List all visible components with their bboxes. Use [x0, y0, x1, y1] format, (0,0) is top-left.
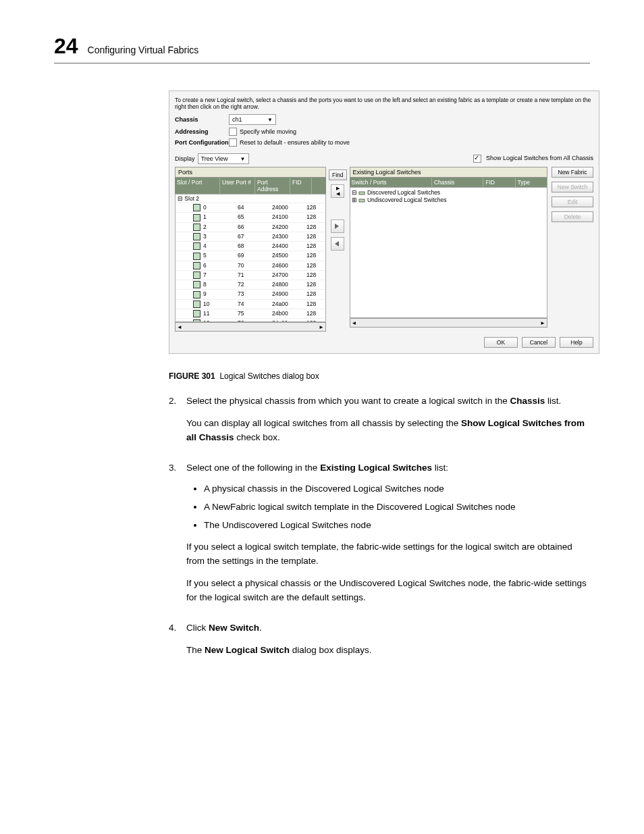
port-icon [193, 233, 200, 240]
transfer-buttons: Find ▶◀ [329, 167, 347, 332]
existing-panel-title: Existing Logical Switches [350, 167, 547, 178]
col-userport: User Port # [220, 178, 255, 194]
port-icon [193, 310, 200, 317]
portconfig-row: Port Configuration Reset to default - en… [175, 138, 593, 147]
table-row[interactable]: 97324900128 [176, 290, 325, 299]
chapter-number: 24 [54, 34, 78, 59]
port-icon [193, 291, 200, 298]
col-type: Type [516, 178, 547, 187]
switch-icon [358, 197, 365, 204]
tree-node-undiscovered[interactable]: ⊞ Undiscovered Logical Switches [352, 197, 545, 204]
table-row[interactable]: 06424000128 [176, 203, 325, 213]
show-all-checkbox[interactable] [473, 155, 481, 163]
step-2: 2. Select the physical chassis from whic… [169, 394, 590, 453]
display-dropdown[interactable]: Tree View ▼ [198, 153, 249, 164]
new-fabric-button[interactable]: New Fabric [552, 167, 593, 178]
delete-button[interactable]: Delete [552, 211, 593, 222]
cancel-button[interactable]: Cancel [522, 337, 556, 348]
list-item: A physical chassis in the Discovered Log… [204, 482, 590, 496]
ports-table-body[interactable]: ⊟ Slot 206424000128165241001282662420012… [175, 194, 326, 322]
table-row[interactable]: 117524b00128 [176, 309, 325, 319]
addressing-row: Addressing Specify while moving [175, 128, 593, 136]
ports-panel-title: Ports [175, 167, 326, 178]
port-icon [193, 319, 200, 322]
chevron-down-icon: ▼ [267, 117, 273, 123]
step-number: 2. [169, 394, 181, 453]
table-row[interactable]: 36724300128 [176, 232, 325, 242]
step-3: 3. Select one of the following in the Ex… [169, 461, 590, 613]
list-item: A NewFabric logical switch template in t… [204, 500, 590, 515]
col-chassis: Chassis [432, 178, 483, 187]
chassis-dropdown-value: ch1 [232, 116, 242, 123]
existing-hscroll[interactable]: ◄► [350, 318, 547, 328]
move-right-button[interactable] [331, 219, 344, 233]
port-icon [193, 301, 200, 308]
switch-icon [358, 190, 365, 197]
table-row[interactable]: 26624200128 [176, 223, 325, 232]
display-label: Display [175, 155, 195, 162]
show-all-container: Show Logical Switches from All Chassis [473, 155, 593, 163]
arrow-left-icon [333, 240, 340, 247]
dialog-footer: OK Cancel Help [175, 337, 593, 348]
table-row[interactable]: 127624c00128 [176, 319, 325, 322]
edit-button[interactable]: Edit [552, 197, 593, 207]
table-row[interactable]: 87224800128 [176, 280, 325, 290]
addressing-checkbox[interactable] [229, 128, 237, 136]
ok-button[interactable]: OK [484, 337, 518, 348]
logical-switches-dialog: To create a new Logical switch, select a… [169, 90, 599, 354]
port-icon [193, 242, 200, 250]
figure-label: FIGURE 301 [169, 371, 215, 381]
col-fid: FID [483, 178, 515, 187]
port-icon [193, 262, 200, 269]
portconfig-checkbox[interactable] [229, 138, 237, 147]
table-row[interactable]: 107424a00128 [176, 300, 325, 309]
show-all-label: Show Logical Switches from All Chassis [486, 155, 593, 161]
table-row[interactable]: 77124700128 [176, 271, 325, 280]
col-portaddr: Port Address [255, 178, 290, 194]
step-number: 4. [169, 621, 181, 666]
display-dropdown-value: Tree View [201, 155, 228, 162]
tree-node-discovered[interactable]: ⊟ Discovered Logical Switches [352, 189, 545, 197]
table-row[interactable]: ⊟ Slot 2 [176, 194, 325, 203]
svg-rect-0 [359, 192, 365, 194]
bullet-list: A physical chassis in the Discovered Log… [204, 482, 590, 533]
port-icon [193, 204, 200, 211]
figure-caption: FIGURE 301 Logical Switches dialog box [169, 371, 590, 381]
addressing-label: Addressing [175, 128, 229, 135]
port-icon [193, 224, 200, 231]
col-slot: Slot / Port [175, 178, 220, 194]
portconfig-checkbox-label: Reset to default - ensures ability to mo… [240, 139, 350, 146]
addressing-checkbox-label: Specify while moving [240, 128, 296, 135]
body-text: 2. Select the physical chassis from whic… [169, 394, 590, 666]
figure-text: Logical Switches dialog box [219, 371, 319, 381]
existing-tree[interactable]: ⊟ Discovered Logical Switches ⊞ Undiscov… [350, 187, 547, 318]
existing-panel: Existing Logical Switches Switch / Ports… [350, 167, 593, 332]
display-row: Display Tree View ▼ Show Logical Switche… [175, 153, 593, 164]
find-next-button[interactable]: ▶◀ [331, 184, 344, 198]
table-row[interactable]: 67024600128 [176, 261, 325, 271]
dialog-intro: To create a new Logical switch, select a… [175, 97, 593, 110]
help-button[interactable]: Help [560, 337, 593, 348]
step-number: 3. [169, 461, 181, 613]
ports-hscroll[interactable]: ◄► [175, 322, 326, 332]
chassis-dropdown[interactable]: ch1 ▼ [229, 114, 276, 125]
table-row[interactable]: 46824400128 [176, 242, 325, 251]
port-icon [193, 214, 200, 221]
table-row[interactable]: 16524100128 [176, 213, 325, 222]
step-4: 4. Click New Switch. The New Logical Swi… [169, 621, 590, 666]
chassis-row: Chassis ch1 ▼ [175, 114, 593, 125]
list-item: The Undiscovered Logical Switches node [204, 519, 590, 533]
svg-rect-1 [359, 199, 365, 202]
port-icon [193, 281, 200, 288]
port-icon [193, 271, 200, 279]
chapter-title: Configuring Virtual Fabrics [88, 45, 199, 55]
chassis-label: Chassis [175, 116, 229, 123]
col-switch: Switch / Ports [350, 178, 432, 187]
find-button[interactable]: Find [329, 170, 347, 180]
arrow-right-icon [333, 223, 340, 230]
chevron-down-icon: ▼ [240, 156, 246, 162]
table-row[interactable]: 56924500128 [176, 251, 325, 261]
move-left-button[interactable] [331, 237, 344, 251]
new-switch-button[interactable]: New Switch [552, 182, 593, 192]
ports-panel: Ports Slot / Port User Port # Port Addre… [175, 167, 326, 332]
